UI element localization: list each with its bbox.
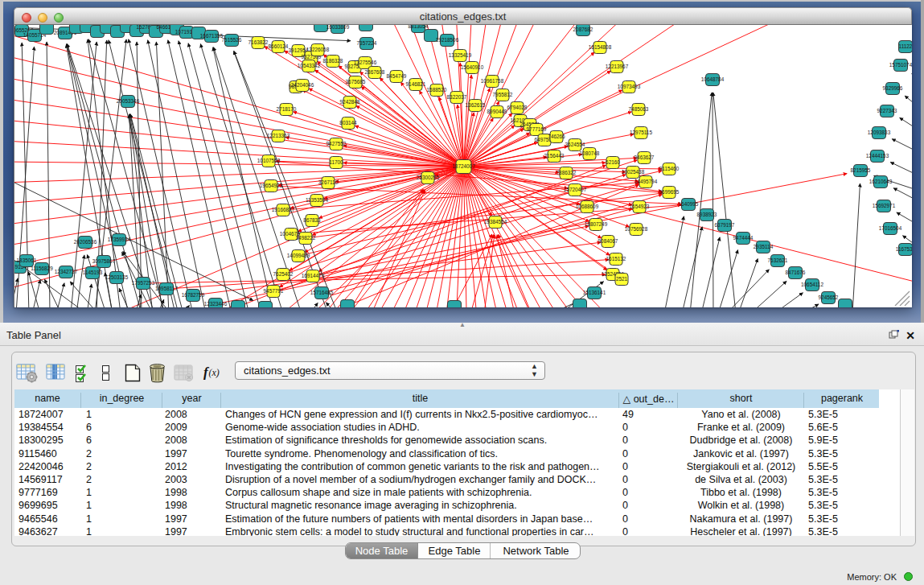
- svg-text:9329966: 9329966: [883, 85, 903, 91]
- svg-text:10688609: 10688609: [576, 204, 599, 209]
- svg-text:12444153: 12444153: [866, 153, 889, 159]
- svg-text:9146821: 9146821: [406, 81, 426, 87]
- svg-text:1362615: 1362615: [466, 102, 486, 108]
- svg-text:17957253: 17957253: [132, 280, 155, 286]
- svg-text:2718170: 2718170: [277, 106, 297, 112]
- svg-text:13275546: 13275546: [354, 60, 377, 65]
- svg-text:10025438: 10025438: [622, 169, 645, 175]
- svg-text:9463627: 9463627: [634, 154, 655, 160]
- svg-text:12503135: 12503135: [105, 274, 129, 280]
- svg-text:17016504: 17016504: [879, 225, 902, 231]
- svg-text:867833: 867833: [303, 217, 321, 223]
- svg-text:7955812: 7955812: [493, 92, 513, 97]
- svg-text:14495794: 14495794: [634, 179, 658, 184]
- svg-text:2521: 2521: [616, 276, 628, 282]
- svg-text:19218506: 19218506: [436, 37, 459, 43]
- svg-text:2935114: 2935114: [754, 244, 774, 249]
- svg-text:15751074: 15751074: [889, 62, 912, 68]
- svg-text:7886322: 7886322: [556, 170, 577, 175]
- svg-text:15640910: 15640910: [461, 64, 484, 70]
- svg-text:10648784: 10648784: [701, 76, 725, 82]
- svg-text:2087682: 2087682: [573, 27, 593, 32]
- svg-text:62160: 62160: [606, 159, 620, 165]
- svg-text:1640995: 1640995: [679, 201, 699, 207]
- svg-text:3498222: 3498222: [296, 235, 316, 241]
- svg-text:12323446: 12323446: [204, 301, 228, 307]
- svg-text:10543342: 10543342: [298, 63, 321, 68]
- svg-text:13226058: 13226058: [306, 47, 330, 52]
- svg-text:16782759: 16782759: [182, 292, 205, 298]
- svg-text:1145193: 1145193: [83, 270, 103, 275]
- svg-text:9227343: 9227343: [877, 108, 897, 113]
- svg-text:1080748: 1080748: [580, 150, 600, 156]
- svg-text:8454749: 8454749: [387, 73, 407, 79]
- svg-text:9777169: 9777169: [527, 126, 547, 132]
- svg-text:30975867: 30975867: [92, 258, 116, 264]
- svg-text:6794028: 6794028: [507, 105, 528, 110]
- svg-text:12213363: 12213363: [267, 133, 290, 138]
- svg-text:3267110: 3267110: [318, 179, 339, 185]
- svg-text:9427552: 9427552: [326, 141, 347, 146]
- svg-text:15136141: 15136141: [583, 290, 606, 295]
- svg-text:7515526: 7515526: [222, 37, 242, 43]
- svg-text:3675685: 3675685: [346, 79, 366, 84]
- svg-text:8990448: 8990448: [487, 109, 507, 114]
- svg-text:11700: 11700: [329, 159, 343, 165]
- svg-text:10973493: 10973493: [618, 84, 641, 89]
- svg-text:3624554: 3624554: [565, 142, 585, 147]
- svg-text:8186328: 8186328: [323, 58, 343, 64]
- svg-text:7485063: 7485063: [629, 106, 649, 112]
- svg-text:16210643: 16210643: [869, 179, 893, 184]
- svg-text:19166827: 19166827: [272, 207, 295, 212]
- svg-text:9474444: 9474444: [733, 235, 754, 241]
- svg-text:15720407: 15720407: [564, 187, 587, 192]
- svg-text:8471676: 8471676: [786, 270, 806, 275]
- svg-text:17359934: 17359934: [108, 237, 131, 242]
- svg-text:2156443: 2156443: [544, 153, 565, 159]
- svg-text:1615132: 1615132: [606, 256, 626, 262]
- svg-text:7163822: 7163822: [248, 39, 269, 45]
- svg-text:12213967: 12213967: [606, 64, 629, 69]
- svg-text:9457791: 9457791: [264, 288, 284, 294]
- svg-text:7632621: 7632621: [768, 257, 788, 263]
- svg-text:11353594: 11353594: [306, 197, 328, 203]
- svg-text:10654112: 10654112: [801, 282, 823, 287]
- svg-text:15692971: 15692971: [873, 203, 896, 208]
- svg-text:18807249: 18807249: [585, 221, 608, 227]
- svg-text:20053346: 20053346: [117, 98, 140, 104]
- svg-text:16914479: 16914479: [302, 273, 325, 278]
- svg-text:10961758: 10961758: [481, 78, 504, 84]
- svg-text:9115460: 9115460: [659, 166, 680, 171]
- svg-text:7357224: 7357224: [357, 40, 377, 46]
- svg-text:7625402: 7625402: [273, 271, 294, 277]
- svg-text:10107553: 10107553: [257, 158, 281, 163]
- svg-text:25300295: 25300295: [417, 175, 440, 180]
- svg-text:16033809: 16033809: [326, 25, 350, 30]
- svg-text:19654923: 19654923: [260, 183, 283, 188]
- svg-text:8215955: 8215955: [851, 167, 871, 173]
- svg-text:9084067: 9084067: [598, 238, 618, 244]
- svg-text:803144: 803144: [339, 120, 357, 126]
- svg-text:1167533: 1167533: [896, 246, 912, 252]
- svg-text:15716485: 15716485: [310, 290, 334, 295]
- svg-text:12342737: 12342737: [55, 269, 78, 274]
- svg-text:746266: 746266: [548, 134, 565, 139]
- svg-text:1588520: 1588520: [427, 87, 447, 93]
- svg-text:8322037: 8322037: [447, 94, 467, 100]
- svg-text:9242848: 9242848: [340, 99, 360, 105]
- svg-text:11156829: 11156829: [31, 266, 53, 271]
- svg-text:8938923: 8938923: [697, 212, 717, 217]
- svg-text:1835061: 1835061: [17, 257, 37, 263]
- svg-text:6379197: 6379197: [715, 222, 735, 228]
- svg-text:13325419: 13325419: [449, 52, 472, 58]
- svg-text:11122: 11122: [899, 43, 912, 49]
- svg-text:12975115: 12975115: [630, 130, 652, 135]
- svg-text:10756928: 10756928: [625, 226, 648, 232]
- svg-text:1654923: 1654923: [630, 204, 650, 209]
- svg-text:20206536: 20206536: [74, 239, 97, 245]
- svg-text:19384554: 19384554: [484, 219, 507, 225]
- svg-text:18724007: 18724007: [452, 163, 475, 169]
- svg-text:16154808: 16154808: [589, 44, 612, 50]
- svg-text:2867608: 2867608: [365, 69, 385, 75]
- svg-text:8660124: 8660124: [269, 43, 289, 49]
